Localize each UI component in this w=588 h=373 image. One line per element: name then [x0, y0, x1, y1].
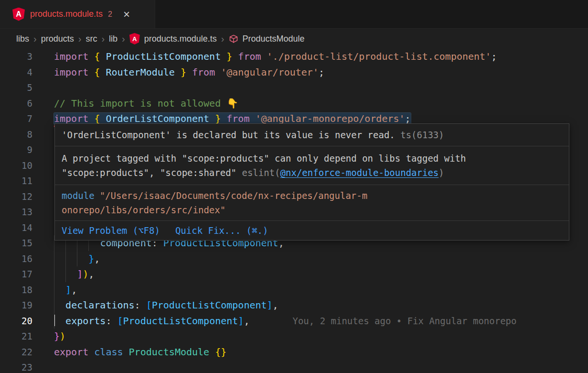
code-line[interactable]: 19 declarations: [ProductListComponent],	[0, 297, 588, 313]
code-line[interactable]: 22export class ProductsModule {}	[0, 344, 588, 360]
code-token: ]	[267, 299, 273, 311]
code-token	[232, 51, 238, 62]
line-number[interactable]: 9	[0, 142, 32, 158]
indent-guide	[54, 297, 65, 313]
line-number[interactable]: 18	[0, 282, 32, 298]
tab-close-icon[interactable]: ×	[123, 9, 130, 20]
code-line-content: ]),	[54, 266, 588, 282]
line-number[interactable]: 10	[0, 158, 32, 174]
module-symbol-icon	[229, 34, 238, 44]
tab-products-module[interactable]: A products.module.ts 2 ×	[0, 0, 155, 28]
line-number[interactable]: 17	[0, 266, 32, 282]
line-number[interactable]: 12	[0, 189, 32, 205]
code-line-content: declarations: [ProductListComponent],	[54, 297, 588, 313]
line-number[interactable]: 13	[0, 204, 32, 220]
breadcrumb-item-symbol[interactable]: ProductsModule	[243, 34, 305, 44]
code-token	[209, 346, 215, 358]
inline-blame-annotation: You, 2 minutes ago • Fix Angular monorep…	[292, 316, 516, 326]
code-line-content: })	[54, 329, 588, 344]
quick-fix-button[interactable]: Quick Fix... (⌘.)	[175, 224, 268, 237]
line-number[interactable]: 4	[0, 65, 32, 80]
breadcrumb-separator-icon: ›	[33, 33, 37, 44]
code-token: from	[226, 113, 249, 124]
angular-file-icon: A	[129, 33, 140, 44]
line-number[interactable]: 22	[0, 344, 32, 360]
code-token: }	[215, 113, 221, 124]
code-token: {}	[215, 346, 226, 358]
code-token: ]	[65, 284, 71, 296]
breadcrumb-item-products[interactable]: products	[41, 34, 74, 44]
line-number[interactable]: 21	[0, 329, 32, 344]
line-number[interactable]: 3	[0, 49, 32, 65]
code-token: ;	[491, 51, 497, 62]
code-token: [	[117, 315, 123, 327]
code-token: ,	[71, 284, 77, 296]
code-line[interactable]: 3import { ProductListComponent } from '.…	[0, 49, 588, 65]
indent-guide	[65, 266, 77, 282]
indent-guide	[65, 251, 77, 267]
line-number[interactable]: 15	[0, 235, 32, 251]
code-line[interactable]: 23	[0, 360, 588, 373]
code-token: }	[226, 51, 232, 62]
line-number[interactable]: 20	[0, 313, 32, 329]
code-line[interactable]: 4import { RouterModule } from '@angular/…	[0, 65, 588, 80]
breadcrumb-item-src[interactable]: src	[86, 34, 97, 44]
line-number[interactable]: 14	[0, 220, 32, 236]
code-token: from	[238, 51, 261, 62]
code-editor[interactable]: 3import { ProductListComponent } from '.…	[0, 49, 588, 373]
breadcrumb-item-libs[interactable]: libs	[16, 34, 29, 44]
breadcrumb-separator-icon: ›	[122, 33, 125, 44]
line-number[interactable]: 8	[0, 127, 32, 143]
breadcrumb-item-file[interactable]: products.module.ts	[144, 34, 217, 44]
indent-guide	[54, 282, 65, 298]
line-number[interactable]: 5	[0, 80, 32, 96]
module-path: "/Users/isaac/Documents/code/nx-recipes/…	[62, 190, 367, 215]
code-token: import	[54, 113, 88, 124]
code-token: '@angular/router'	[221, 66, 319, 78]
code-token: ,	[244, 315, 249, 327]
code-token: ;	[319, 66, 324, 78]
code-line[interactable]: 21})	[0, 329, 588, 344]
code-line-content	[54, 80, 588, 96]
code-token: ProductsModule	[129, 346, 210, 358]
code-token: }	[181, 66, 186, 78]
code-token: class	[94, 346, 123, 358]
breadcrumb-item-lib[interactable]: lib	[109, 34, 118, 44]
view-problem-button[interactable]: View Problem (⌥F8)	[62, 224, 160, 237]
code-token: import	[54, 66, 88, 78]
code-token	[88, 66, 94, 78]
code-line[interactable]: 5	[0, 80, 588, 96]
line-number[interactable]: 6	[0, 96, 32, 111]
code-token: {	[94, 66, 100, 78]
line-number[interactable]: 11	[0, 173, 32, 189]
code-line[interactable]: 17 ]),	[0, 266, 588, 282]
line-number[interactable]: 7	[0, 111, 32, 127]
eslint-rule-link[interactable]: @nx/enforce-module-boundaries	[280, 167, 439, 178]
hover-eslint-message: A project tagged with "scope:products" c…	[55, 146, 569, 185]
breadcrumb-separator-icon: ›	[101, 33, 105, 44]
indent-guide	[54, 313, 65, 329]
code-line-content: import { ProductListComponent } from './…	[54, 49, 588, 65]
code-token: ,	[94, 253, 100, 264]
code-token: exports	[65, 315, 106, 327]
code-token	[88, 346, 94, 358]
code-token: ,	[88, 268, 94, 280]
code-token: 👇	[226, 98, 238, 109]
line-number[interactable]: 23	[0, 360, 32, 373]
code-line-content: import { RouterModule } from '@angular/r…	[54, 65, 588, 80]
line-number[interactable]: 19	[0, 297, 32, 313]
code-token: {	[94, 113, 100, 124]
line-number[interactable]: 16	[0, 251, 32, 267]
code-line[interactable]: 6// This import is not allowed 👇	[0, 96, 588, 111]
code-line[interactable]: 16 },	[0, 251, 588, 267]
code-token: {	[94, 51, 100, 62]
code-line[interactable]: 18 ],	[0, 282, 588, 298]
tab-filename: products.module.ts	[30, 9, 103, 19]
code-token: import	[54, 51, 88, 62]
code-token: // This import is not allowed	[54, 98, 226, 109]
code-token	[88, 51, 94, 62]
code-token: RouterModule	[100, 66, 181, 78]
code-token: ProductListComponent	[123, 315, 238, 327]
code-line[interactable]: 20 exports: [ProductListComponent],You, …	[0, 313, 588, 329]
code-token: }	[88, 253, 94, 264]
